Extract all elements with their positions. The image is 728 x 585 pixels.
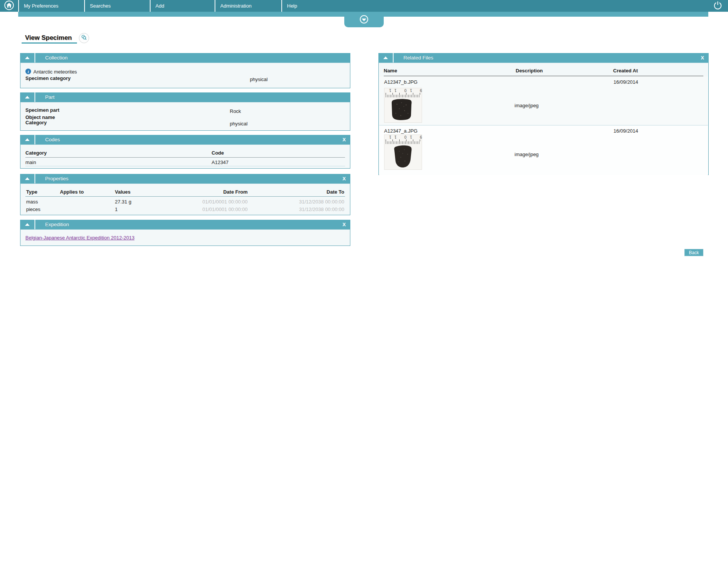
- view-search-button[interactable]: [79, 33, 89, 43]
- ruler-numbers: 9 10 11 12: [384, 88, 422, 93]
- page-title: View Specimen: [25, 34, 72, 42]
- top-nav: My Preferences Searches Add Administrati…: [0, 0, 728, 12]
- meteorite-rock-image: [390, 98, 414, 122]
- panel-collection-header: Collection: [20, 53, 350, 63]
- info-icon: i: [25, 69, 31, 74]
- nav-item-label: Searches: [90, 3, 111, 9]
- field-label: Category: [25, 120, 47, 125]
- table-cell: 27.31 g: [115, 199, 131, 205]
- page-root: My Preferences Searches Add Administrati…: [0, 0, 728, 585]
- panel-properties: Properties X Type Applies to Values Date…: [20, 174, 350, 215]
- nav-item-label: Help: [287, 3, 297, 9]
- expand-menu-tab[interactable]: [344, 12, 384, 27]
- nav-item-administration[interactable]: Administration: [215, 0, 281, 12]
- chevron-up-icon: [25, 96, 30, 99]
- table-cell-date: 01/01/0001 00:00:00: [202, 206, 248, 212]
- specimen-photo-thumbnail-a[interactable]: 9 10 11 12: [384, 135, 422, 170]
- nav-item-label: My Preferences: [24, 3, 58, 9]
- collapse-button[interactable]: [20, 220, 35, 229]
- nav-item-help[interactable]: Help: [281, 0, 346, 12]
- field-label: Specimen category: [25, 75, 71, 81]
- title-underline: [22, 42, 77, 44]
- table-cell-date: 31/12/2038 00:00:00: [299, 206, 344, 212]
- chevron-up-icon: [25, 138, 30, 141]
- table-cell: pieces: [26, 206, 41, 212]
- file-name: A12347_b.JPG: [384, 79, 417, 85]
- nav-item-searches[interactable]: Searches: [84, 0, 150, 12]
- chevron-up-icon: [25, 177, 30, 180]
- column-header: Applies to: [60, 189, 84, 195]
- table-divider: [25, 157, 345, 158]
- chevron-up-icon: [25, 56, 30, 59]
- collection-name: Antarctic meteorites: [33, 69, 77, 75]
- related-file-row: A12347_b.JPG 16/09/2014 image/jpeg 9 10 …: [379, 77, 708, 125]
- chevron-up-icon: [383, 56, 388, 59]
- panel-related-files: Related Files X Name Description Created…: [378, 53, 709, 175]
- field-label: Object name: [25, 114, 55, 120]
- logout-button[interactable]: [713, 0, 723, 12]
- nav-item-my-preferences[interactable]: My Preferences: [18, 0, 84, 12]
- field-value: physical: [230, 121, 248, 127]
- collapse-button[interactable]: [378, 53, 394, 63]
- file-created-at: 16/09/2014: [613, 79, 638, 85]
- close-icon[interactable]: X: [342, 176, 346, 181]
- table-cell: 1: [115, 206, 118, 212]
- ruler-ticks: [386, 95, 420, 97]
- panel-expedition: Expedition X Belgian-Japanese Antarctic …: [20, 220, 350, 246]
- ruler-ticks: [386, 141, 420, 144]
- magnifier-icon: [81, 34, 87, 42]
- panel-title: Related Files: [403, 55, 433, 61]
- column-header: Date To: [326, 189, 344, 195]
- nav-item-label: Add: [155, 3, 164, 9]
- column-header: Type: [26, 189, 37, 195]
- panel-codes-header: Codes X: [20, 135, 350, 144]
- nav-item-label: Administration: [220, 3, 251, 9]
- table-cell: mass: [26, 199, 38, 205]
- table-divider: [25, 166, 345, 166]
- column-header: Name: [384, 68, 397, 74]
- panel-collection: Collection i Antarctic meteorites Specim…: [20, 53, 350, 88]
- column-header: Date From: [223, 189, 248, 195]
- panel-title: Expedition: [45, 222, 69, 227]
- column-header: Code: [212, 150, 224, 156]
- file-name: A12347_a.JPG: [384, 128, 417, 134]
- close-icon[interactable]: X: [701, 55, 704, 61]
- panel-title: Collection: [45, 55, 67, 61]
- column-header: Description: [516, 68, 543, 74]
- panel-part: Part Specimen part Rock Object name Cate…: [20, 92, 350, 131]
- table-cell-date: 31/12/2038 00:00:00: [299, 199, 344, 205]
- table-cell-date: 01/01/0001 00:00:00: [202, 199, 248, 205]
- nav-item-add[interactable]: Add: [150, 0, 215, 12]
- field-value: physical: [250, 77, 268, 82]
- collapse-button[interactable]: [20, 92, 35, 102]
- home-icon: [4, 0, 14, 12]
- panel-related-files-header: Related Files X: [378, 53, 709, 63]
- back-button[interactable]: Back: [684, 249, 703, 256]
- expedition-link[interactable]: Belgian-Japanese Antarctic Expedition 20…: [25, 235, 135, 241]
- related-file-row: A12347_a.JPG 16/09/2014 image/jpeg 9 10 …: [379, 126, 708, 175]
- column-header: Category: [25, 150, 47, 156]
- file-description: image/jpeg: [515, 103, 539, 108]
- table-cell: A12347: [212, 160, 229, 165]
- panel-title: Part: [45, 94, 55, 100]
- collapse-button[interactable]: [20, 53, 35, 63]
- panel-title: Codes: [45, 137, 60, 142]
- file-created-at: 16/09/2014: [613, 128, 638, 134]
- panel-codes: Codes X Category Code main A12347: [20, 135, 350, 169]
- collapse-button[interactable]: [20, 135, 35, 144]
- panel-expedition-header: Expedition X: [20, 220, 350, 229]
- chevron-down-icon: [360, 15, 368, 23]
- column-header: Created At: [613, 68, 638, 74]
- table-cell: main: [25, 160, 36, 165]
- close-icon[interactable]: X: [342, 137, 346, 142]
- collapse-button[interactable]: [20, 174, 35, 183]
- table-divider: [25, 196, 345, 197]
- close-icon[interactable]: X: [342, 222, 346, 227]
- file-description: image/jpeg: [515, 152, 539, 157]
- field-value: Rock: [230, 108, 241, 114]
- panel-part-header: Part: [20, 92, 350, 102]
- field-label: Specimen part: [25, 107, 60, 113]
- specimen-photo-thumbnail-b[interactable]: 9 10 11 12: [384, 88, 422, 123]
- home-button[interactable]: [0, 0, 18, 12]
- panel-properties-header: Properties X: [20, 174, 350, 183]
